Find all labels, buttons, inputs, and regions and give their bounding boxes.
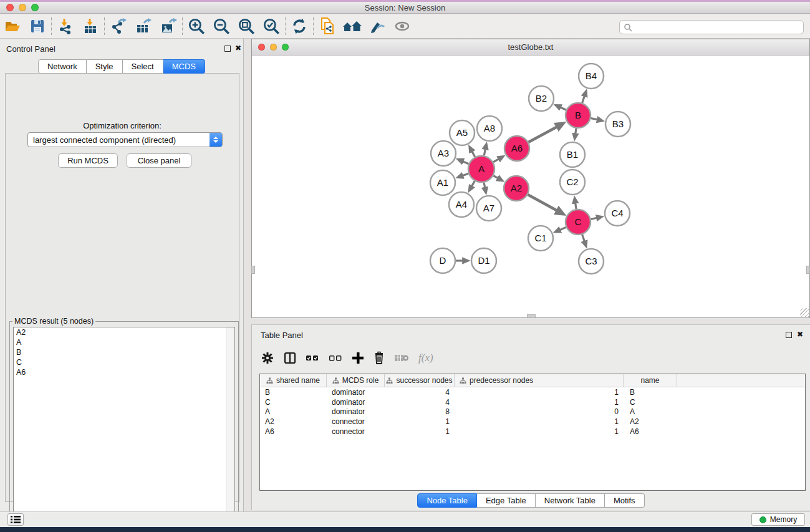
table-cell[interactable]: B — [260, 387, 327, 397]
column-header-MCDS-role[interactable]: MCDS role — [327, 374, 385, 387]
import-table-icon[interactable] — [78, 16, 103, 36]
tab-mcds[interactable]: MCDS — [163, 59, 205, 74]
table-tab-edge-table[interactable]: Edge Table — [477, 493, 536, 508]
table-cell[interactable]: A — [624, 407, 677, 417]
result-item[interactable]: A6 — [14, 367, 234, 377]
split-table-icon[interactable] — [284, 350, 296, 366]
edge-A2-C[interactable] — [528, 195, 557, 211]
table-cell[interactable]: 1 — [455, 417, 624, 427]
network-graph[interactable]: B4B2BB3A5A8A6A3B1AA1C2A2A4A7C4CC1C3DD1 — [253, 56, 809, 317]
dropdown-stepper-icon[interactable] — [210, 133, 222, 147]
table-cell[interactable]: connector — [327, 417, 385, 427]
table-cell[interactable]: dominator — [327, 397, 385, 407]
result-item[interactable]: A — [14, 337, 234, 347]
tab-select[interactable]: Select — [123, 59, 163, 74]
graph-node-B1[interactable]: B1 — [560, 142, 585, 167]
graph-node-A5[interactable]: A5 — [450, 120, 475, 145]
edge-B-B2[interactable] — [560, 107, 566, 110]
graph-node-A[interactable]: A — [468, 156, 494, 182]
zoom-in-icon[interactable] — [184, 16, 209, 36]
column-header-predecessor-nodes[interactable]: predecessor nodes — [455, 374, 624, 387]
edge-A-A1[interactable] — [463, 173, 469, 175]
delete-table-icon[interactable] — [394, 350, 409, 366]
duplicate-network-icon[interactable] — [315, 16, 340, 36]
window-left-handle[interactable] — [251, 266, 255, 274]
edge-A-A4[interactable] — [471, 181, 475, 186]
edge-C-C2[interactable] — [576, 203, 576, 209]
table-cell[interactable]: A6 — [260, 427, 327, 437]
graph-node-C2[interactable]: C2 — [560, 170, 585, 195]
edge-A6-B[interactable] — [528, 127, 557, 142]
network-canvas[interactable]: B4B2BB3A5A8A6A3B1AA1C2A2A4A7C4CC1C3DD1 — [253, 56, 809, 317]
result-item[interactable]: A2 — [14, 327, 234, 337]
refresh-icon[interactable] — [287, 16, 312, 36]
table-row[interactable]: Bdominator41B — [260, 387, 805, 397]
graph-node-B4[interactable]: B4 — [579, 64, 604, 89]
table-cell[interactable]: 4 — [385, 397, 455, 407]
table-cell[interactable]: A2 — [624, 417, 677, 427]
edge-B-B1[interactable] — [576, 128, 576, 134]
table-cell[interactable]: B — [624, 387, 677, 397]
hide-annotations-icon[interactable] — [365, 16, 390, 36]
table-cell[interactable]: 1 — [455, 427, 624, 437]
table-cell[interactable]: C — [624, 397, 677, 407]
run-mcds-button[interactable]: Run MCDS — [58, 153, 118, 168]
close-panel-icon[interactable]: ✖ — [235, 44, 241, 52]
table-cell[interactable]: connector — [327, 427, 385, 437]
table-row[interactable]: A2connector11A2 — [260, 417, 805, 427]
graph-node-A2[interactable]: A2 — [504, 176, 529, 201]
zoom-fit-icon[interactable] — [234, 16, 259, 36]
graph-node-C3[interactable]: C3 — [579, 249, 604, 274]
edge-C-C1[interactable] — [560, 227, 566, 230]
homes-icon[interactable] — [340, 16, 365, 36]
mcds-result-list[interactable]: A2ABCA6 — [13, 327, 235, 525]
export-network-icon[interactable] — [106, 16, 131, 36]
edge-A-A8[interactable] — [484, 149, 485, 156]
optimization-criterion-dropdown[interactable]: largest connected component (directed) — [27, 132, 223, 147]
table-row[interactable]: Cdominator41C — [260, 397, 805, 407]
edge-C-C3[interactable] — [582, 235, 585, 241]
graph-node-C1[interactable]: C1 — [528, 226, 553, 251]
add-column-icon[interactable] — [352, 350, 364, 366]
graph-node-B3[interactable]: B3 — [605, 112, 630, 137]
window-right-handle[interactable] — [806, 266, 810, 274]
graph-node-D1[interactable]: D1 — [471, 248, 496, 273]
column-header-name[interactable]: name — [624, 374, 677, 387]
table-cell[interactable]: A6 — [624, 427, 677, 437]
table-cell[interactable]: dominator — [327, 387, 385, 397]
table-cell[interactable]: 8 — [385, 407, 455, 417]
edge-A-A7[interactable] — [484, 183, 485, 188]
edge-B-B3[interactable] — [591, 118, 598, 119]
zoom-selected-icon[interactable] — [259, 16, 284, 36]
graph-node-A3[interactable]: A3 — [431, 141, 456, 166]
edge-C-C4[interactable] — [591, 218, 597, 219]
graph-node-C4[interactable]: C4 — [605, 201, 630, 226]
zoom-out-icon[interactable] — [209, 16, 234, 36]
network-window-titlebar[interactable]: testGlobe.txt — [252, 39, 809, 56]
deselect-all-icon[interactable] — [329, 350, 342, 366]
gear-icon[interactable] — [261, 350, 274, 366]
graph-node-A4[interactable]: A4 — [449, 192, 474, 217]
function-builder-icon[interactable]: f(x) — [418, 350, 433, 366]
column-header-shared-name[interactable]: shared name — [260, 374, 327, 387]
table-cell[interactable]: A — [260, 407, 327, 417]
graph-node-C[interactable]: C — [566, 210, 591, 235]
table-tab-network-table[interactable]: Network Table — [536, 493, 605, 508]
table-cell[interactable]: 1 — [455, 397, 624, 407]
table-float-icon[interactable] — [786, 332, 792, 338]
graph-node-A6[interactable]: A6 — [504, 136, 529, 161]
table-cell[interactable]: 1 — [455, 387, 624, 397]
column-header-successor-nodes[interactable]: successor nodes — [385, 374, 455, 387]
graph-node-D[interactable]: D — [430, 248, 455, 273]
save-session-icon[interactable] — [25, 16, 50, 36]
table-cell[interactable]: C — [260, 397, 327, 407]
table-row[interactable]: Adominator80A — [260, 407, 805, 417]
table-tab-motifs[interactable]: Motifs — [605, 493, 645, 508]
table-cell[interactable]: 1 — [385, 427, 455, 437]
window-bottom-handle[interactable] — [527, 314, 536, 318]
table-cell[interactable]: 0 — [455, 407, 624, 417]
tab-style[interactable]: Style — [87, 59, 123, 74]
table-cell[interactable]: dominator — [327, 407, 385, 417]
result-list-scrollbar[interactable] — [226, 327, 234, 525]
task-history-button[interactable] — [7, 513, 24, 526]
